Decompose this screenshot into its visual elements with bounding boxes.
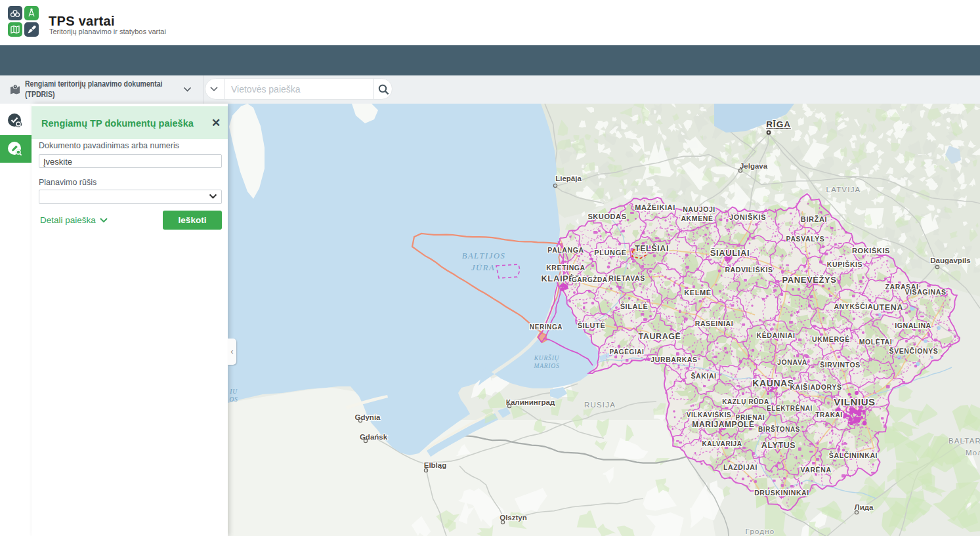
svg-text:TRAKAI: TRAKAI: [815, 411, 842, 419]
svg-text:PAGĖGIAI: PAGĖGIAI: [610, 348, 645, 356]
svg-text:ŠAKIAI: ŠAKIAI: [691, 372, 716, 380]
svg-text:TELŠIAI: TELŠIAI: [635, 243, 669, 253]
svg-text:VILNIUS: VILNIUS: [834, 396, 875, 407]
svg-text:PASVALYS: PASVALYS: [786, 235, 825, 243]
svg-text:KALVARIJA: KALVARIJA: [702, 440, 742, 447]
svg-text:UKMERGĖ: UKMERGĖ: [812, 335, 850, 343]
svg-text:OS: OS: [229, 396, 238, 403]
svg-text:DRUSKININKAI: DRUSKININKAI: [754, 489, 809, 497]
svg-text:ŠVENČIONYS: ŠVENČIONYS: [889, 347, 939, 355]
svg-text:Liepāja: Liepāja: [555, 175, 582, 182]
svg-text:BIRŠTONAS: BIRŠTONAS: [758, 425, 800, 433]
svg-text:GARGŽDAI: GARGŽDAI: [572, 276, 610, 283]
svg-text:NERINGA: NERINGA: [530, 323, 563, 331]
svg-text:LAZDIJAI: LAZDIJAI: [723, 463, 757, 471]
svg-text:KELMĖ: KELMĖ: [684, 289, 712, 297]
svg-text:PALANGA: PALANGA: [547, 246, 584, 254]
svg-text:PLUNGĖ: PLUNGĖ: [594, 249, 626, 257]
svg-text:KRETINGA: KRETINGA: [546, 264, 586, 272]
svg-text:IGNALINA: IGNALINA: [895, 321, 931, 329]
svg-text:Daugavpils: Daugavpils: [930, 257, 970, 264]
svg-text:JONAVA: JONAVA: [777, 358, 807, 366]
svg-text:KĖDAINIAI: KĖDAINIAI: [756, 331, 795, 339]
svg-text:PANEVĖŽYS: PANEVĖŽYS: [782, 275, 836, 285]
svg-text:LATVIJA: LATVIJA: [826, 186, 861, 194]
svg-text:Elbląg: Elbląg: [424, 461, 447, 469]
svg-text:RADVILIŠKIS: RADVILIŠKIS: [725, 266, 773, 274]
svg-text:VARĖNA: VARĖNA: [800, 466, 831, 474]
svg-text:BALTIJOS: BALTIJOS: [462, 251, 506, 260]
svg-text:VILKAVIŠKIS: VILKAVIŠKIS: [687, 411, 732, 419]
svg-text:Гродно: Гродно: [746, 527, 775, 535]
svg-text:MAŽEIKIAI: MAŽEIKIAI: [635, 203, 675, 211]
svg-text:ŠILALĖ: ŠILALĖ: [620, 302, 649, 310]
svg-text:MARIJAMPOLĖ: MARIJAMPOLĖ: [692, 419, 754, 429]
svg-text:ANYKŠČIAI: ANYKŠČIAI: [834, 302, 875, 310]
svg-text:UTENA: UTENA: [873, 303, 903, 312]
svg-text:RIETAVAS: RIETAVAS: [608, 274, 645, 282]
svg-text:Gdańsk: Gdańsk: [360, 433, 388, 441]
svg-text:NAUJOJI: NAUJOJI: [683, 205, 715, 213]
svg-text:MOLĖTAI: MOLĖTAI: [859, 338, 893, 346]
svg-text:ŠIAULIAI: ŠIAULIAI: [710, 248, 750, 258]
svg-text:ALYTUS: ALYTUS: [761, 441, 796, 450]
svg-text:KUPIŠKIS: KUPIŠKIS: [827, 260, 863, 268]
svg-text:JŪRA: JŪRA: [471, 263, 495, 272]
svg-text:RASEINIAI: RASEINIAI: [695, 320, 734, 327]
svg-text:ŠIRVINTOS: ŠIRVINTOS: [820, 361, 861, 369]
svg-text:ŠALČININKAI: ŠALČININKAI: [829, 451, 878, 459]
svg-text:BALTAR: BALTAR: [948, 437, 980, 445]
svg-text:Калининград: Калининград: [506, 398, 555, 406]
svg-text:IU: IU: [229, 388, 238, 395]
svg-text:TAURAGĖ: TAURAGĖ: [638, 331, 681, 341]
svg-text:KAZLŲ RŪDA: KAZLŲ RŪDA: [722, 398, 769, 405]
svg-text:MARIOS: MARIOS: [533, 363, 559, 369]
svg-text:Jelgava: Jelgava: [740, 162, 768, 170]
svg-text:RUSIJA: RUSIJA: [584, 401, 616, 409]
svg-text:ELEKTRĖNAI: ELEKTRĖNAI: [767, 404, 813, 412]
svg-text:KURŠIŲ: KURŠIŲ: [534, 354, 560, 361]
svg-text:KAUNAS: KAUNAS: [752, 378, 794, 388]
svg-text:SKUODAS: SKUODAS: [587, 213, 626, 220]
svg-text:KAIŠIADORYS: KAIŠIADORYS: [790, 383, 842, 391]
svg-text:ROKIŠKIS: ROKIŠKIS: [852, 247, 890, 255]
svg-text:RĪGA: RĪGA: [766, 119, 791, 129]
svg-text:Лида: Лида: [855, 503, 874, 511]
svg-text:BIRŽAI: BIRŽAI: [801, 215, 827, 223]
svg-text:ŠILUTĖ: ŠILUTĖ: [578, 321, 606, 329]
svg-text:Мол: Мол: [966, 449, 980, 457]
svg-text:VISAGINAS: VISAGINAS: [905, 288, 946, 296]
svg-text:JONIŠKIS: JONIŠKIS: [729, 213, 766, 221]
svg-text:JURBARKAS: JURBARKAS: [650, 356, 697, 363]
svg-text:AKMENĖ: AKMENĖ: [681, 215, 713, 222]
